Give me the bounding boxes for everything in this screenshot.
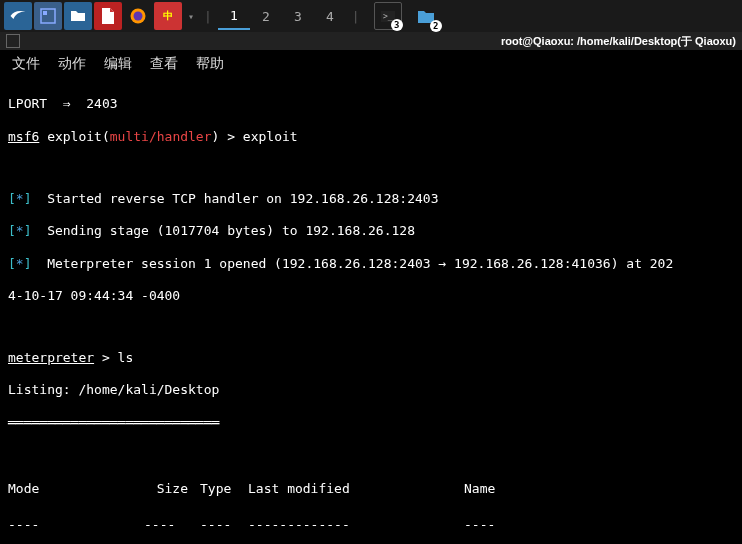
document-icon[interactable]	[94, 2, 122, 30]
menu-文件[interactable]: 文件	[12, 55, 40, 73]
listing-rule: ═══════════════════════════	[8, 415, 734, 431]
task-badge: 2	[430, 20, 442, 32]
svg-rect-1	[43, 11, 47, 15]
msf-prompt: msf6 exploit(multi/handler) > exploit	[8, 129, 734, 145]
kali-menu-icon[interactable]	[4, 2, 32, 30]
output-line: 4-10-17 09:44:34 -0400	[8, 288, 734, 304]
menu-查看[interactable]: 查看	[150, 55, 178, 73]
terminal-output[interactable]: LPORT ⇒ 2403 msf6 exploit(multi/handler)…	[0, 78, 742, 544]
folder-task-icon[interactable]: 2	[412, 2, 440, 30]
workspace-1[interactable]: 1	[218, 2, 250, 30]
output-line: LPORT ⇒ 2403	[8, 96, 734, 112]
file-manager-icon[interactable]	[64, 2, 92, 30]
workspace-3[interactable]: 3	[282, 2, 314, 30]
table-header-rule: -------- ---------------------	[8, 517, 734, 533]
workspace-4[interactable]: 4	[314, 2, 346, 30]
workspace-2[interactable]: 2	[250, 2, 282, 30]
terminal-icon	[6, 34, 20, 48]
menu-编辑[interactable]: 编辑	[104, 55, 132, 73]
svg-text:>_: >_	[383, 12, 393, 21]
menu-帮助[interactable]: 帮助	[196, 55, 224, 73]
taskbar: 中 ▾ | 1234 | >_ 3 2	[0, 0, 742, 32]
meterpreter-prompt: meterpreter > ls	[8, 350, 734, 366]
table-header: ModeSizeTypeLast modifiedName	[8, 481, 734, 497]
menu-动作[interactable]: 动作	[58, 55, 86, 73]
window-titlebar: root@Qiaoxu: /home/kali/Desktop(于 Qiaoxu…	[0, 32, 742, 50]
terminal-task-icon[interactable]: >_ 3	[374, 2, 402, 30]
output-line: [*] Sending stage (1017704 bytes) to 192…	[8, 223, 734, 239]
output-line: [*] Meterpreter session 1 opened (192.16…	[8, 256, 734, 272]
menubar: 文件动作编辑查看帮助	[0, 50, 742, 78]
task-badge: 3	[391, 19, 403, 31]
listing-header: Listing: /home/kali/Desktop	[8, 382, 734, 398]
firefox-icon[interactable]	[124, 2, 152, 30]
language-icon[interactable]: 中	[154, 2, 182, 30]
chevron-down-icon[interactable]: ▾	[184, 11, 198, 22]
svg-point-3	[134, 12, 143, 21]
workspace-icon[interactable]	[34, 2, 62, 30]
output-line: [*] Started reverse TCP handler on 192.1…	[8, 191, 734, 207]
window-title: root@Qiaoxu: /home/kali/Desktop(于 Qiaoxu…	[501, 34, 736, 49]
